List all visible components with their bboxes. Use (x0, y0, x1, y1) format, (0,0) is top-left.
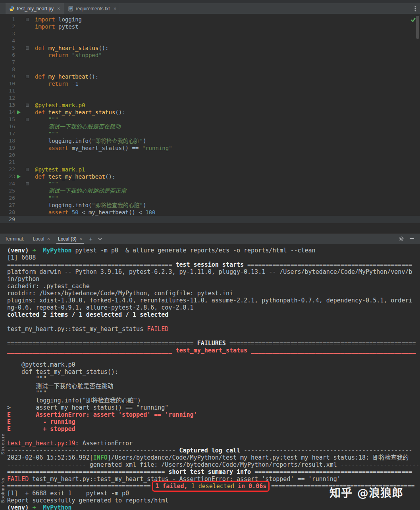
inspections-ok-icon[interactable] (410, 16, 416, 24)
terminal-tab[interactable]: Local (3)× (54, 234, 86, 244)
fold-marker[interactable] (22, 44, 33, 52)
tool-window-bookmarks[interactable]: Bookmarks (0, 477, 5, 503)
close-terminal-tab-icon[interactable]: × (79, 236, 83, 242)
terminal-line: ---------------------- generated xml fil… (7, 461, 420, 468)
line-number: 3 (0, 30, 15, 37)
terminal-line: ________________________________________… (7, 347, 420, 354)
tab-label: requirements.txt (76, 6, 110, 12)
new-terminal-session-button[interactable]: + (86, 234, 95, 244)
terminal-line: cachedir: .pytest_cache (7, 283, 420, 290)
gutter-fold-slot (22, 216, 33, 223)
gutter-run-slot (15, 187, 22, 194)
gutter-fold-slot (22, 94, 33, 102)
editor-line: 19 assert my_heart_status() == "running" (0, 144, 420, 152)
terminal-tab-bar: Terminal: Local×Local (3)× + (0, 233, 420, 244)
scrollbar-thumb[interactable] (416, 16, 419, 39)
editor-line: 4 (0, 37, 420, 44)
code-text: """ (35, 116, 58, 123)
editor-scrollbar[interactable] (416, 16, 419, 230)
line-number: 18 (0, 137, 15, 144)
code-text: @pytest.mark.p0 (35, 102, 85, 109)
gutter-fold-slot (22, 187, 33, 194)
terminal-line: rootdir: /Users/bytedance/Code/MyPython,… (7, 290, 420, 297)
editor-line: 1import logging (0, 16, 420, 23)
editor-line: 15 """ (0, 116, 420, 123)
gutter-fold-slot (22, 144, 33, 152)
editor-line: 10 return -1 (0, 80, 420, 87)
line-number: 21 (0, 159, 15, 166)
fold-marker[interactable] (22, 102, 33, 109)
fold-marker[interactable] (22, 73, 33, 80)
top-strip (0, 0, 420, 3)
terminal-line: @pytest.mark.p0 (7, 361, 420, 368)
editor-tab[interactable]: requirements.txt× (64, 3, 121, 14)
code-editor[interactable]: 1import logging2import pytest345def my_h… (0, 14, 420, 233)
gutter-fold-slot (22, 202, 33, 209)
terminal-line: in/python (7, 275, 420, 283)
gutter-run-slot (15, 66, 22, 73)
tool-window-structure[interactable]: Structure (0, 433, 5, 455)
code-text: 测试一下我的心脏是否在跳动 (35, 123, 121, 130)
editor-tabs: test_my_heart.py×requirements.txt× (6, 3, 120, 14)
terminal-tabs: Local×Local (3)× (29, 234, 87, 244)
tab-options-menu-icon[interactable] (410, 3, 420, 14)
terminal-line: test_my_heart.py::test_my_heart_status F… (7, 325, 420, 333)
code-text: def my_heart_status(): (35, 44, 108, 52)
terminal-settings-gear-icon[interactable] (396, 234, 407, 244)
terminal-line: (venv) ➜ MyPython (7, 504, 420, 510)
line-number: 28 (0, 209, 15, 216)
line-number: 29 (0, 216, 15, 223)
terminal-line: (venv) ➜ MyPython pytest -m p0 & allure … (7, 247, 420, 254)
editor-line: 21 (0, 159, 420, 166)
terminal-sessions-chevron-icon[interactable] (95, 234, 105, 244)
line-number: 16 (0, 123, 15, 130)
editor-line: 22@pytest.mark.p1 (0, 166, 420, 173)
hide-terminal-icon[interactable] (407, 234, 417, 244)
line-number: 6 (0, 52, 15, 59)
terminal-bar-spacer (105, 234, 396, 244)
gutter-run-slot (15, 23, 22, 30)
tab-bar-spacer (120, 3, 410, 14)
editor-line: 11 (0, 87, 420, 94)
terminal-output[interactable]: (venv) ➜ MyPython pytest -m p0 & allure … (0, 244, 420, 510)
terminal-line: def test_my_heart_status(): (7, 368, 420, 375)
editor-line: 8 (0, 66, 420, 73)
gutter-fold-slot (22, 87, 33, 94)
fold-marker[interactable] (22, 180, 33, 187)
close-terminal-tab-icon[interactable]: × (47, 236, 50, 242)
editor-line: 18 logging.info("即将检查我的心脏") (0, 137, 420, 144)
gutter-fold-slot (22, 123, 33, 130)
editor-line: 6 return "stopped" (0, 52, 420, 59)
fold-marker[interactable] (22, 116, 33, 123)
watermark: 知乎@浪狼郎 (329, 484, 403, 500)
close-tab-icon[interactable]: × (57, 6, 60, 12)
line-number: 17 (0, 130, 15, 137)
terminal-tab[interactable]: Local× (29, 234, 54, 244)
run-test-icon[interactable] (15, 173, 22, 180)
terminal-tab-label: Local (33, 236, 44, 242)
terminal-line: plugins: xdist-1.30.0, forked-1.4.0, rer… (7, 297, 420, 304)
gutter-fold-slot (22, 130, 33, 137)
close-tab-icon[interactable]: × (114, 6, 117, 12)
gutter-fold-slot (22, 109, 33, 116)
line-number: 8 (0, 66, 15, 73)
editor-line: 26 """ (0, 194, 420, 202)
fold-marker[interactable] (22, 166, 33, 173)
gutter-run-slot (15, 52, 22, 59)
gutter-fold-slot (22, 66, 33, 73)
editor-line: 13@pytest.mark.p0 (0, 102, 420, 109)
gutter-run-slot (15, 144, 22, 152)
terminal-line (7, 318, 420, 325)
terminal-line: platform darwin -- Python 3.9.16, pytest… (7, 268, 420, 275)
gutter-run-slot (15, 94, 22, 102)
run-test-icon[interactable] (15, 109, 22, 116)
editor-tab[interactable]: test_my_heart.py× (6, 3, 64, 14)
line-number: 22 (0, 166, 15, 173)
code-text: return -1 (35, 80, 79, 87)
fold-marker[interactable] (22, 16, 33, 23)
line-number: 9 (0, 73, 15, 80)
terminal-line: > assert my_heart_status() == "running" (7, 404, 420, 411)
code-text: """ (35, 130, 58, 137)
code-text: 测试一下我的心脏跳动是否正常 (35, 187, 126, 194)
line-number: 2 (0, 23, 15, 30)
